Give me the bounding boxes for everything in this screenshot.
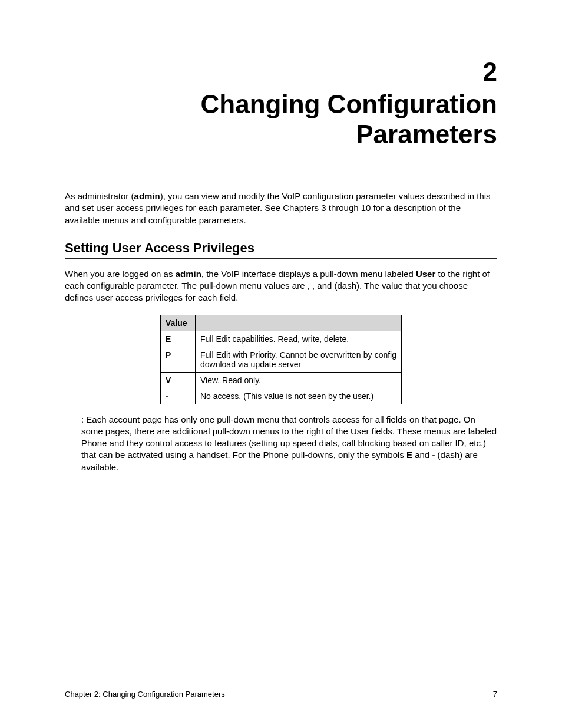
table-row: E Full Edit capabilities. Read, write, d… [161,331,402,347]
chapter-title-line-1: Changing Configuration [201,90,497,118]
intro-paragraph: As administrator (admin), you can view a… [65,190,497,226]
table-cell-desc: View. Read only. [196,372,402,388]
page-footer: Chapter 2: Changing Configuration Parame… [65,686,497,699]
table-row: - No access. (This value is not seen by … [161,388,402,404]
table-cell-desc: Full Edit capabilities. Read, write, del… [196,331,402,347]
table-cell-value: V [161,372,196,388]
section-text-mid: , the VoIP interface displays a pull-dow… [201,269,416,279]
section-paragraph: When you are logged on as admin, the VoI… [65,268,497,304]
section-title-privileges: Setting User Access Privileges [65,241,497,259]
chapter-title: Changing Configuration Parameters [65,90,497,149]
table-cell-value: - [161,388,196,404]
table-header-value: Value [161,315,196,331]
section-text-pre: When you are logged on as [65,269,176,279]
intro-admin-word: admin [134,191,160,201]
table-header-desc [196,315,402,331]
privileges-table: Value E Full Edit capabilities. Read, wr… [160,315,402,404]
intro-text-tail: and set user access privileges for each … [65,203,461,225]
section-user-word: User [416,269,435,279]
page: 2 Changing Configuration Parameters As a… [0,0,562,728]
footer-page-number: 7 [493,690,497,699]
note-symbol-e: E [406,450,412,460]
chapter-number: 2 [65,59,497,85]
table-row: V View. Read only. [161,372,402,388]
table-cell-desc: Full Edit with Priority. Cannot be overw… [196,347,402,372]
table-cell-value: P [161,347,196,372]
footer-left: Chapter 2: Changing Configuration Parame… [65,690,225,699]
table-cell-value: E [161,331,196,347]
table-cell-desc: No access. (This value is not seen by th… [196,388,402,404]
section-admin-word: admin [176,269,201,279]
table-row: P Full Edit with Priority. Cannot be ove… [161,347,402,372]
note-text-mid: and [412,450,432,460]
table-header-row: Value [161,315,402,331]
note-paragraph: : Each account page has only one pull-do… [65,414,497,473]
chapter-title-line-2: Parameters [356,120,497,149]
intro-text-pre: As administrator ( [65,191,134,201]
intro-text-post: ), you can view and modify the VoIP conf… [160,191,491,201]
